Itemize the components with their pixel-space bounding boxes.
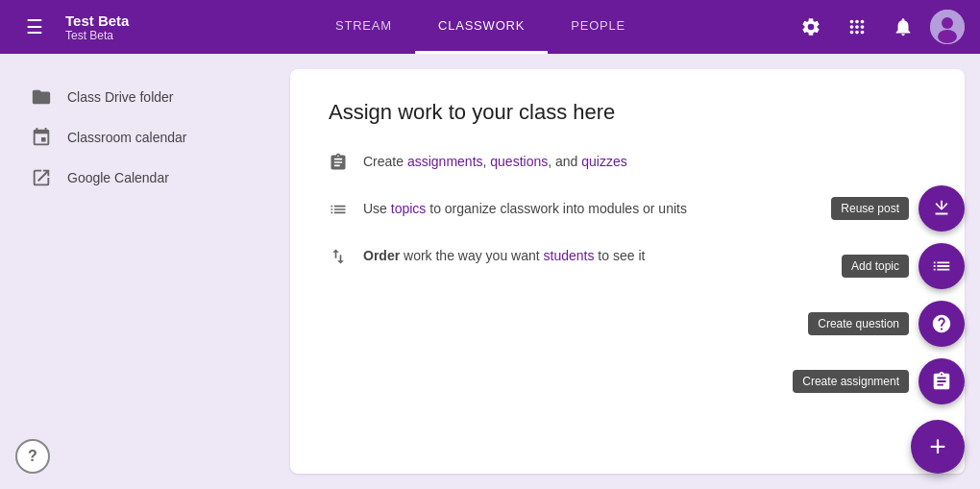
add-topic-button[interactable] xyxy=(919,243,965,289)
nav-title: Test Beta Test Beta xyxy=(65,12,129,42)
add-topic-tooltip: Add topic xyxy=(842,255,909,278)
tab-stream[interactable]: STREAM xyxy=(312,0,415,54)
create-assignment-row: Create assignment xyxy=(793,358,965,404)
nav-left: ☰ Test Beta Test Beta xyxy=(15,8,169,46)
calendar-icon xyxy=(31,127,52,148)
fab-main-icon: + xyxy=(929,432,946,461)
sidebar: Class Drive folder Classroom calendar Go… xyxy=(15,69,275,474)
create-question-button[interactable] xyxy=(919,301,965,347)
reuse-post-button[interactable] xyxy=(919,185,965,232)
notifications-button[interactable] xyxy=(884,8,922,46)
bell-icon xyxy=(893,16,914,37)
assign-title: Assign work to your class here xyxy=(329,100,926,125)
list-icon xyxy=(329,200,348,227)
students-highlight: students xyxy=(544,248,595,263)
sidebar-item-class-drive[interactable]: Class Drive folder xyxy=(15,77,275,117)
create-question-tooltip: Create question xyxy=(808,312,909,335)
tab-people[interactable]: PEOPLE xyxy=(548,0,649,54)
help-button[interactable]: ? xyxy=(15,439,50,474)
gear-icon xyxy=(800,16,821,37)
apps-button[interactable] xyxy=(838,8,876,46)
folder-icon xyxy=(31,86,52,108)
sidebar-item-class-drive-label: Class Drive folder xyxy=(67,89,173,105)
create-assignment-tooltip: Create assignment xyxy=(793,370,909,393)
quizzes-highlight: quizzes xyxy=(581,154,626,169)
assignment-fab-icon xyxy=(931,371,952,392)
hamburger-button[interactable]: ☰ xyxy=(15,8,54,46)
avatar[interactable] xyxy=(930,10,965,44)
sidebar-item-google-calendar-label: Google Calendar xyxy=(67,170,169,185)
external-link-icon xyxy=(31,167,52,188)
nav-center: STREAM CLASSWORK PEOPLE xyxy=(169,0,792,54)
nav-right xyxy=(792,8,965,46)
assign-item-order-text: Order work the way you want students to … xyxy=(363,246,645,266)
nav-title-sub: Test Beta xyxy=(65,29,129,42)
assignment-icon xyxy=(329,153,348,180)
tab-classwork[interactable]: CLASSWORK xyxy=(415,0,548,54)
order-bold: Order xyxy=(363,248,400,263)
nav-title-main: Test Beta xyxy=(65,12,129,29)
fab-group: Reuse post Add topic Create question xyxy=(793,185,965,404)
reuse-icon xyxy=(931,198,952,219)
sidebar-item-classroom-calendar[interactable]: Classroom calendar xyxy=(15,117,275,158)
sort-icon xyxy=(329,247,348,274)
create-question-row: Create question xyxy=(808,301,965,347)
question-icon xyxy=(931,313,952,334)
reuse-post-row: Reuse post xyxy=(831,185,965,232)
sidebar-item-classroom-calendar-label: Classroom calendar xyxy=(67,130,187,145)
svg-point-2 xyxy=(938,30,957,43)
assign-item-create-text: Create assignments, questions, and quizz… xyxy=(363,152,627,172)
assign-item-topics-text: Use topics to organize classwork into mo… xyxy=(363,199,687,219)
reuse-post-tooltip: Reuse post xyxy=(831,197,909,220)
help-label: ? xyxy=(28,448,37,465)
questions-highlight: questions xyxy=(490,154,548,169)
assignments-highlight: assignments xyxy=(407,154,483,169)
top-nav: ☰ Test Beta Test Beta STREAM CLASSWORK P… xyxy=(0,0,980,54)
topic-list-icon xyxy=(931,256,952,277)
topics-highlight: topics xyxy=(391,201,427,216)
assign-item-create: Create assignments, questions, and quizz… xyxy=(329,152,926,180)
fab-container: Reuse post Add topic Create question xyxy=(793,185,965,474)
svg-point-1 xyxy=(942,17,953,29)
settings-button[interactable] xyxy=(792,8,830,46)
grid-apps-icon xyxy=(846,16,868,37)
add-topic-row: Add topic xyxy=(842,243,965,289)
sidebar-item-google-calendar[interactable]: Google Calendar xyxy=(15,158,275,198)
create-assignment-button[interactable] xyxy=(919,358,965,404)
fab-main-button[interactable]: + xyxy=(911,420,965,474)
